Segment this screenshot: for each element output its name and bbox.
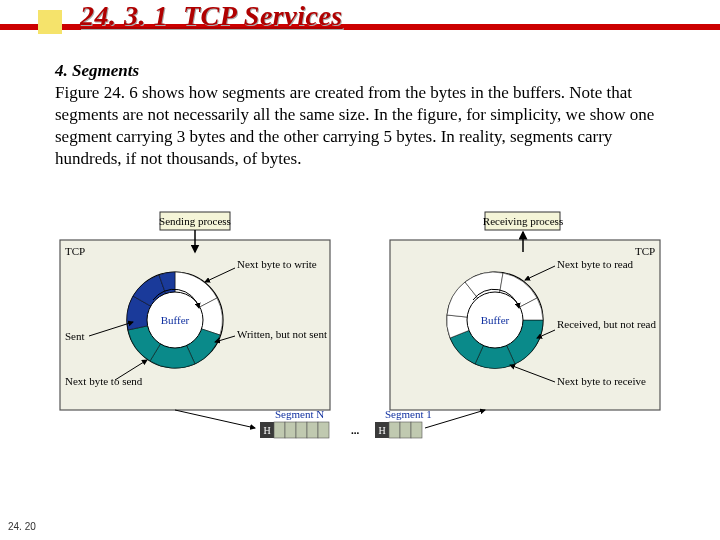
svg-rect-19	[274, 422, 285, 438]
subheading: 4. Segments	[55, 60, 675, 82]
segment-1-label: Segment 1	[385, 408, 432, 420]
segment-1: H	[375, 422, 422, 438]
svg-rect-26	[400, 422, 411, 438]
svg-rect-22	[307, 422, 318, 438]
page-number: 24. 20	[8, 521, 36, 532]
section-title: 24. 3. 1 TCP Services	[80, 0, 343, 32]
figure-24-6: TCP Sending process Buffer Next byte to …	[55, 210, 665, 470]
annot-written-not-sent: Written, but not sent	[237, 328, 327, 340]
annot-received: Received, but not read	[557, 318, 656, 330]
segment-n-label: Segment N	[275, 408, 324, 420]
receiving-process-label: Receiving process	[483, 215, 563, 227]
annot-next-receive: Next byte to receive	[557, 375, 646, 387]
svg-line-28	[175, 410, 255, 428]
annot-next-write: Next byte to write	[237, 258, 317, 270]
section-name: TCP Services	[183, 0, 343, 31]
svg-rect-21	[296, 422, 307, 438]
right-box-label: TCP	[635, 245, 655, 257]
receiving-buffer-wheel: Buffer	[447, 272, 543, 368]
paragraph: Figure 24. 6 shows how segments are crea…	[55, 82, 675, 170]
segment-n: H	[260, 422, 329, 438]
header-accent-square	[38, 10, 62, 34]
sending-buffer-label: Buffer	[161, 314, 190, 326]
segment-1-header: H	[378, 425, 385, 436]
svg-rect-25	[389, 422, 400, 438]
left-box-label: TCP	[65, 245, 85, 257]
annot-sent: Sent	[65, 330, 85, 342]
segment-ellipsis: ...	[351, 424, 360, 436]
svg-rect-27	[411, 422, 422, 438]
segment-n-header: H	[263, 425, 270, 436]
body-text: 4. Segments Figure 24. 6 shows how segme…	[55, 60, 675, 170]
svg-rect-23	[318, 422, 329, 438]
svg-rect-20	[285, 422, 296, 438]
receiving-buffer-label: Buffer	[481, 314, 510, 326]
svg-line-29	[425, 410, 485, 428]
annot-next-read: Next byte to read	[557, 258, 634, 270]
sending-buffer-wheel: Buffer	[127, 272, 223, 368]
annot-next-send: Next byte to send	[65, 375, 143, 387]
sending-process-label: Sending process	[159, 215, 231, 227]
section-number: 24. 3. 1	[80, 0, 168, 31]
